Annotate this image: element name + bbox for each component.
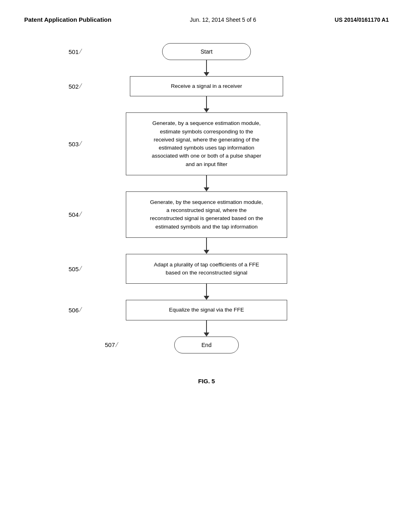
step-506-number: 506 [69,307,79,314]
arrow-3 [24,175,389,191]
step-506-row: 506 ∕ Equalize the signal via the FFE [24,300,389,320]
step-503-wave: ∕ [80,140,81,148]
step-507-wave: ∕ [117,341,118,349]
arrow-6 [24,320,389,337]
arrow-line [206,60,207,72]
step-505-row: 505 ∕ Adapt a plurality of tap coefficie… [24,254,389,284]
step-503-row: 503 ∕ Generate, by a sequence estimation… [24,112,389,175]
arrow-head [204,108,209,112]
step-502-label: 502 ∕ [69,83,81,90]
step-503-box: Generate, by a sequence estimation modul… [126,112,287,175]
step-504-number: 504 [69,211,79,218]
arrow-1 [24,60,389,76]
step-504-label: 504 ∕ [69,211,81,218]
step-506-label: 506 ∕ [69,306,81,314]
header-right-text: US 2014/0161170 A1 [335,17,389,23]
step-501-number: 501 [69,48,79,55]
step-502-wave: ∕ [80,83,81,90]
arrow-line [206,96,207,108]
step-502-number: 502 [69,83,79,90]
step-501-row: 501 ∕ Start [24,43,389,60]
step-504-row: 504 ∕ Generate, by the sequence estimati… [24,191,389,238]
step-505-box: Adapt a plurality of tap coefficients of… [126,254,287,284]
step-507-number: 507 [105,341,115,348]
arrow-line [206,320,207,332]
arrow-4 [24,238,389,254]
step-505-number: 505 [69,266,79,272]
arrow-head [204,296,209,300]
header-center-text: Jun. 12, 2014 Sheet 5 of 6 [190,17,256,23]
step-505-label: 505 ∕ [69,265,81,272]
step-505-wave: ∕ [80,265,81,272]
figure-caption: FIG. 5 [0,378,413,401]
arrow-line [206,175,207,187]
flowchart: 501 ∕ Start 502 ∕ Receive a signal in a … [0,31,413,362]
step-501-wave: ∕ [80,48,81,55]
step-501-label: 501 ∕ [69,48,81,55]
step-506-box: Equalize the signal via the FFE [126,300,287,320]
arrow-2 [24,96,389,112]
step-502-row: 502 ∕ Receive a signal in a receiver [24,76,389,96]
arrow-head [204,250,209,254]
arrow-5 [24,284,389,300]
step-503-number: 503 [69,141,79,148]
arrow-line [206,238,207,250]
header: Patent Application Publication Jun. 12, … [0,0,413,31]
step-506-wave: ∕ [80,306,81,314]
step-504-box: Generate, by the sequence estimation mod… [126,191,287,238]
step-502-box: Receive a signal in a receiver [130,76,283,96]
step-504-wave: ∕ [80,211,81,218]
header-left-text: Patent Application Publication [24,16,111,23]
arrow-head [204,332,209,337]
arrow-head [204,72,209,76]
arrow-head [204,187,209,191]
start-box: Start [162,43,251,60]
step-507-label: 507 ∕ [105,341,118,349]
step-503-label: 503 ∕ [69,140,81,148]
end-box: End [174,337,239,353]
step-507-row: 507 ∕ End [24,337,389,353]
arrow-line [206,284,207,296]
page: Patent Application Publication Jun. 12, … [0,0,413,532]
